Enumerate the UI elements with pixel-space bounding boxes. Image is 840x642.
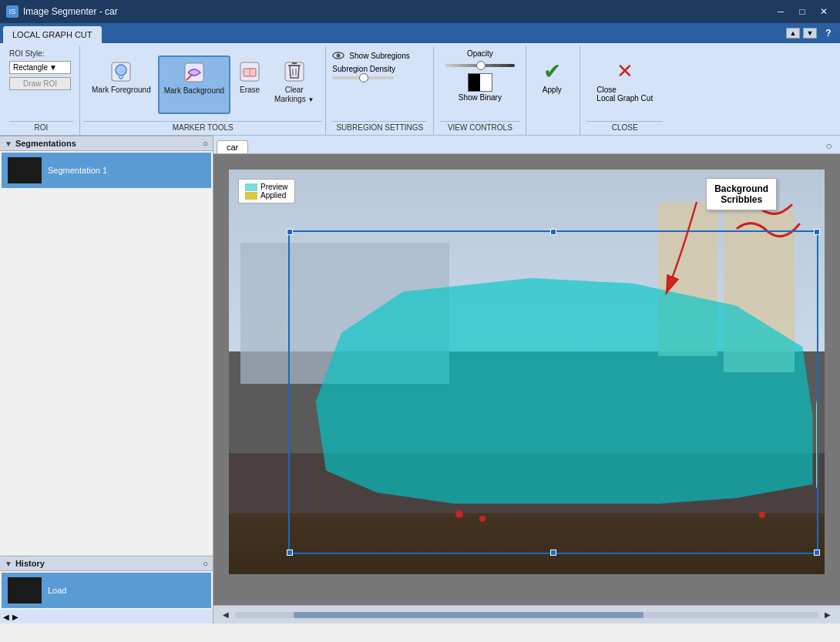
clear-markings-button[interactable]: ClearMarkings ▼ — [269, 55, 319, 114]
canvas-area: car ○ — [213, 136, 840, 624]
view-controls-inner: Opacity Show Binary — [440, 49, 519, 119]
legend-preview-color — [245, 183, 257, 191]
history-header: ▼ History ○ — [0, 556, 213, 571]
canvas-viewport[interactable]: Preview Applied Background Scribbles — [213, 154, 840, 605]
erase-icon — [237, 59, 262, 84]
mark-background-button[interactable]: Mark Background — [158, 55, 230, 114]
history-item-load[interactable]: Load — [2, 573, 211, 608]
window-title: Image Segmenter - car — [23, 6, 766, 17]
show-binary-button[interactable]: Show Binary — [440, 70, 519, 105]
marker-tools-label: MARKER TOOLS — [83, 121, 322, 133]
close-label: CloseLocal Graph Cut — [596, 86, 653, 103]
apply-buttons: ✔ Apply — [529, 48, 576, 121]
legend-applied-color — [245, 192, 257, 200]
history-label-load: Load — [48, 586, 66, 595]
legend-applied-row: Applied — [245, 191, 288, 200]
legend-preview-row: Preview — [245, 183, 288, 191]
main-content: ▼ Segmentations ○ Segmentation 1 ▼ Histo… — [0, 136, 840, 624]
svg-point-13 — [337, 54, 341, 58]
mark-foreground-label: Mark Foreground — [92, 86, 151, 95]
draw-roi-button[interactable]: Draw ROI — [9, 77, 71, 90]
fg-mark-2 — [479, 516, 486, 522]
history-chevron: ▼ — [5, 560, 12, 568]
ribbon-nav-down[interactable]: ▼ — [803, 28, 817, 39]
history-panel: ▼ History ○ Load — [0, 556, 213, 610]
scroll-left[interactable]: ◀ — [220, 610, 232, 619]
mark-foreground-icon — [109, 59, 133, 84]
mark-foreground-button[interactable]: Mark Foreground — [86, 55, 156, 114]
opacity-slider[interactable] — [445, 64, 515, 67]
subregion-density-slider[interactable] — [332, 76, 427, 79]
help-button[interactable]: ? — [820, 25, 837, 42]
panel-spacer — [0, 190, 213, 556]
apply-check-icon: ✔ — [539, 59, 564, 84]
eye-icon — [332, 49, 344, 62]
canvas-tabs: car ○ — [213, 136, 840, 154]
fg-mark-1 — [455, 510, 463, 518]
canvas-tab-options[interactable]: ○ — [822, 138, 837, 153]
segmentation-thumbnail-1 — [8, 157, 42, 183]
car-image: Preview Applied Background Scribbles — [229, 170, 825, 574]
history-title: History — [15, 559, 45, 568]
clear-markings-icon — [282, 59, 307, 84]
segmentations-panel: ▼ Segmentations ○ Segmentation 1 — [0, 136, 213, 190]
ribbon-nav-up[interactable]: ▲ — [786, 28, 800, 39]
roi-style-label: ROI Style: — [9, 49, 73, 58]
statusbar: ◀ ▶ — [213, 605, 840, 624]
app-icon: IS — [6, 5, 18, 18]
close-local-graph-cut-button[interactable]: ✕ CloseLocal Graph Cut — [590, 55, 660, 114]
window-controls: ─ □ ✕ — [771, 4, 834, 19]
ribbon-toolbar: ROI Style: Rectangle ▼ Draw ROI ROI Mark… — [0, 43, 840, 136]
segmentations-header: ▼ Segmentations ○ — [0, 136, 213, 151]
show-subregions-label: Show Subregions — [349, 52, 409, 60]
mark-background-label: Mark Background — [164, 86, 224, 96]
segmentation-label-1: Segmentation 1 — [48, 166, 107, 175]
view-controls-section: Opacity Show Binary VIEW CONTROLS — [434, 46, 526, 135]
fg-mark-3 — [759, 512, 765, 518]
close-section: ✕ CloseLocal Graph Cut CLOSE — [580, 46, 669, 135]
opacity-label: Opacity — [440, 49, 519, 58]
segmentations-options[interactable]: ○ — [203, 139, 208, 148]
roi-style-dropdown[interactable]: Rectangle ▼ — [9, 61, 71, 74]
segmentations-list: Segmentation 1 — [0, 151, 213, 190]
canvas-tab-car[interactable]: car — [217, 140, 248, 153]
show-subregions-row: Show Subregions — [332, 49, 427, 62]
tab-local-graph-cut[interactable]: LOCAL GRAPH CUT — [3, 26, 102, 43]
subregion-density-row: Subregion Density — [332, 65, 427, 73]
apply-label: Apply — [543, 86, 562, 94]
erase-button[interactable]: Erase — [232, 55, 267, 114]
mark-background-icon — [182, 60, 207, 85]
horizontal-scrollbar[interactable] — [235, 612, 818, 618]
callout-line2: Scribbles — [721, 194, 762, 205]
close-x-icon: ✕ — [613, 59, 637, 84]
nav-left[interactable]: ◀ — [3, 613, 9, 621]
nav-right[interactable]: ▶ — [12, 613, 18, 621]
image-container: Preview Applied Background Scribbles — [229, 170, 825, 574]
maximize-button[interactable]: □ — [792, 4, 812, 19]
minimize-button[interactable]: ─ — [771, 4, 791, 19]
apply-button[interactable]: ✔ Apply — [533, 55, 571, 114]
nav-arrows: ◀ ▶ — [0, 610, 213, 624]
roi-section-label: ROI — [9, 121, 73, 132]
scroll-right[interactable]: ▶ — [822, 610, 834, 619]
show-binary-label: Show Binary — [459, 93, 502, 102]
titlebar: IS Image Segmenter - car ─ □ ✕ — [0, 0, 840, 23]
segmentations-chevron: ▼ — [5, 139, 12, 148]
legend-preview-label: Preview — [260, 183, 288, 191]
history-options[interactable]: ○ — [203, 559, 208, 568]
segmentation-item-1[interactable]: Segmentation 1 — [2, 153, 211, 188]
erase-label: Erase — [240, 86, 260, 95]
roi-section: ROI Style: Rectangle ▼ Draw ROI ROI — [3, 46, 80, 135]
subregion-section: Show Subregions Subregion Density SUBREG… — [326, 46, 434, 135]
left-panel: ▼ Segmentations ○ Segmentation 1 ▼ Histo… — [0, 136, 213, 624]
segmentations-title: Segmentations — [15, 139, 76, 148]
image-legend: Preview Applied — [238, 179, 295, 203]
apply-section: ✔ Apply APPLY — [526, 46, 580, 135]
scrollbar-thumb-h — [294, 612, 643, 618]
callout-line1: Background — [714, 183, 768, 194]
roi-dropdown-arrow: ▼ — [49, 63, 57, 72]
svg-point-1 — [116, 65, 126, 76]
close-button[interactable]: ✕ — [814, 4, 834, 19]
view-controls-label: VIEW CONTROLS — [440, 121, 519, 132]
close-buttons: ✕ CloseLocal Graph Cut — [586, 49, 663, 119]
